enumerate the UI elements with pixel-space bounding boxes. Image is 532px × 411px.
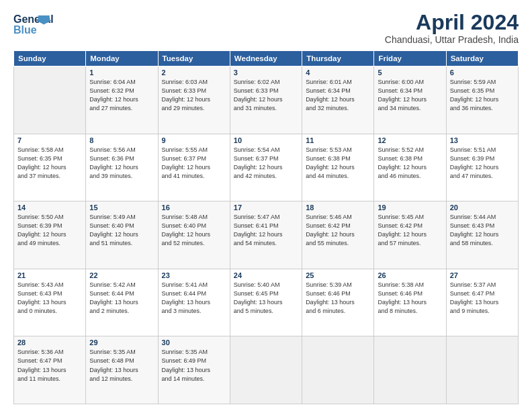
day-number: 20 <box>450 203 515 212</box>
day-info: Sunrise: 5:58 AM Sunset: 6:35 PM Dayligh… <box>17 146 82 181</box>
day-cell: 18Sunrise: 5:46 AM Sunset: 6:42 PM Dayli… <box>302 201 374 269</box>
day-cell: 1Sunrise: 6:04 AM Sunset: 6:32 PM Daylig… <box>86 66 158 134</box>
week-row-2: 7Sunrise: 5:58 AM Sunset: 6:35 PM Daylig… <box>14 134 519 201</box>
day-cell: 30Sunrise: 5:35 AM Sunset: 6:49 PM Dayli… <box>158 336 230 404</box>
day-number: 2 <box>162 68 226 77</box>
column-header-row: SundayMondayTuesdayWednesdayThursdayFrid… <box>14 51 519 66</box>
day-info: Sunrise: 5:42 AM Sunset: 6:44 PM Dayligh… <box>89 281 154 316</box>
week-row-4: 21Sunrise: 5:43 AM Sunset: 6:43 PM Dayli… <box>14 269 519 336</box>
svg-text:Blue: Blue <box>13 24 37 36</box>
day-info: Sunrise: 5:51 AM Sunset: 6:39 PM Dayligh… <box>450 146 515 181</box>
day-cell: 26Sunrise: 5:38 AM Sunset: 6:46 PM Dayli… <box>374 269 446 336</box>
day-number: 18 <box>306 203 370 212</box>
day-cell: 20Sunrise: 5:44 AM Sunset: 6:43 PM Dayli… <box>446 201 518 269</box>
logo: General Blue <box>13 11 74 36</box>
day-number: 22 <box>89 271 154 279</box>
calendar-table: SundayMondayTuesdayWednesdayThursdayFrid… <box>13 50 519 404</box>
logo-svg: General Blue <box>13 11 74 36</box>
day-number: 10 <box>234 136 298 144</box>
day-number: 7 <box>17 136 82 144</box>
day-cell: 16Sunrise: 5:48 AM Sunset: 6:40 PM Dayli… <box>158 201 230 269</box>
day-info: Sunrise: 5:36 AM Sunset: 6:47 PM Dayligh… <box>17 348 82 383</box>
day-cell: 9Sunrise: 5:55 AM Sunset: 6:37 PM Daylig… <box>158 134 230 201</box>
page: General Blue April 2024 Chanduasi, Uttar… <box>0 0 532 411</box>
day-cell: 19Sunrise: 5:45 AM Sunset: 6:42 PM Dayli… <box>374 201 446 269</box>
title-block: April 2024 Chanduasi, Uttar Pradesh, Ind… <box>385 11 519 45</box>
day-number: 4 <box>306 68 370 77</box>
day-info: Sunrise: 6:04 AM Sunset: 6:32 PM Dayligh… <box>89 78 154 113</box>
day-info: Sunrise: 5:35 AM Sunset: 6:49 PM Dayligh… <box>162 348 226 383</box>
day-cell: 23Sunrise: 5:41 AM Sunset: 6:44 PM Dayli… <box>158 269 230 336</box>
day-info: Sunrise: 5:39 AM Sunset: 6:46 PM Dayligh… <box>306 281 370 316</box>
day-cell: 12Sunrise: 5:52 AM Sunset: 6:38 PM Dayli… <box>374 134 446 201</box>
day-info: Sunrise: 6:03 AM Sunset: 6:33 PM Dayligh… <box>162 78 226 113</box>
day-cell: 6Sunrise: 5:59 AM Sunset: 6:35 PM Daylig… <box>446 66 518 134</box>
day-number: 27 <box>450 271 515 279</box>
day-number: 12 <box>378 136 442 144</box>
day-number: 9 <box>162 136 226 144</box>
day-info: Sunrise: 5:37 AM Sunset: 6:47 PM Dayligh… <box>450 281 515 316</box>
day-cell <box>302 336 374 404</box>
day-number: 1 <box>89 68 154 77</box>
day-cell: 3Sunrise: 6:02 AM Sunset: 6:33 PM Daylig… <box>230 66 302 134</box>
day-info: Sunrise: 5:48 AM Sunset: 6:40 PM Dayligh… <box>162 213 226 248</box>
day-cell: 11Sunrise: 5:53 AM Sunset: 6:38 PM Dayli… <box>302 134 374 201</box>
day-info: Sunrise: 5:35 AM Sunset: 6:48 PM Dayligh… <box>89 348 154 383</box>
col-header-saturday: Saturday <box>446 51 518 66</box>
day-number: 8 <box>89 136 154 144</box>
day-info: Sunrise: 6:01 AM Sunset: 6:34 PM Dayligh… <box>306 78 370 113</box>
day-info: Sunrise: 5:46 AM Sunset: 6:42 PM Dayligh… <box>306 213 370 248</box>
day-info: Sunrise: 5:43 AM Sunset: 6:43 PM Dayligh… <box>17 281 82 316</box>
day-number: 5 <box>378 68 442 77</box>
col-header-tuesday: Tuesday <box>158 51 230 66</box>
day-info: Sunrise: 5:55 AM Sunset: 6:37 PM Dayligh… <box>162 146 226 181</box>
day-number: 30 <box>162 338 226 347</box>
day-info: Sunrise: 5:56 AM Sunset: 6:36 PM Dayligh… <box>89 146 154 181</box>
day-info: Sunrise: 5:53 AM Sunset: 6:38 PM Dayligh… <box>306 146 370 181</box>
day-cell: 10Sunrise: 5:54 AM Sunset: 6:37 PM Dayli… <box>230 134 302 201</box>
col-header-sunday: Sunday <box>14 51 86 66</box>
day-number: 25 <box>306 271 370 279</box>
day-number: 21 <box>17 271 82 279</box>
subtitle: Chanduasi, Uttar Pradesh, India <box>385 34 519 45</box>
day-cell: 2Sunrise: 6:03 AM Sunset: 6:33 PM Daylig… <box>158 66 230 134</box>
day-cell: 29Sunrise: 5:35 AM Sunset: 6:48 PM Dayli… <box>86 336 158 404</box>
day-info: Sunrise: 5:59 AM Sunset: 6:35 PM Dayligh… <box>450 78 515 113</box>
day-info: Sunrise: 5:49 AM Sunset: 6:40 PM Dayligh… <box>89 213 154 248</box>
day-info: Sunrise: 6:00 AM Sunset: 6:34 PM Dayligh… <box>378 78 442 113</box>
col-header-monday: Monday <box>86 51 158 66</box>
day-info: Sunrise: 5:44 AM Sunset: 6:43 PM Dayligh… <box>450 213 515 248</box>
day-cell: 25Sunrise: 5:39 AM Sunset: 6:46 PM Dayli… <box>302 269 374 336</box>
day-number: 3 <box>234 68 298 77</box>
day-info: Sunrise: 5:40 AM Sunset: 6:45 PM Dayligh… <box>234 281 298 316</box>
day-info: Sunrise: 5:38 AM Sunset: 6:46 PM Dayligh… <box>378 281 442 316</box>
day-cell: 28Sunrise: 5:36 AM Sunset: 6:47 PM Dayli… <box>14 336 86 404</box>
day-info: Sunrise: 5:50 AM Sunset: 6:39 PM Dayligh… <box>17 213 82 248</box>
day-number: 15 <box>89 203 154 212</box>
week-row-5: 28Sunrise: 5:36 AM Sunset: 6:47 PM Dayli… <box>14 336 519 404</box>
day-info: Sunrise: 5:52 AM Sunset: 6:38 PM Dayligh… <box>378 146 442 181</box>
day-number: 26 <box>378 271 442 279</box>
day-cell: 24Sunrise: 5:40 AM Sunset: 6:45 PM Dayli… <box>230 269 302 336</box>
col-header-wednesday: Wednesday <box>230 51 302 66</box>
day-number: 14 <box>17 203 82 212</box>
day-cell: 4Sunrise: 6:01 AM Sunset: 6:34 PM Daylig… <box>302 66 374 134</box>
day-cell: 5Sunrise: 6:00 AM Sunset: 6:34 PM Daylig… <box>374 66 446 134</box>
day-info: Sunrise: 5:45 AM Sunset: 6:42 PM Dayligh… <box>378 213 442 248</box>
day-number: 23 <box>162 271 226 279</box>
day-number: 19 <box>378 203 442 212</box>
col-header-thursday: Thursday <box>302 51 374 66</box>
day-cell <box>446 336 518 404</box>
day-number: 11 <box>306 136 370 144</box>
week-row-1: 1Sunrise: 6:04 AM Sunset: 6:32 PM Daylig… <box>14 66 519 134</box>
day-number: 16 <box>162 203 226 212</box>
day-info: Sunrise: 5:54 AM Sunset: 6:37 PM Dayligh… <box>234 146 298 181</box>
day-cell <box>230 336 302 404</box>
col-header-friday: Friday <box>374 51 446 66</box>
day-cell: 21Sunrise: 5:43 AM Sunset: 6:43 PM Dayli… <box>14 269 86 336</box>
main-title: April 2024 <box>385 11 519 34</box>
day-cell: 15Sunrise: 5:49 AM Sunset: 6:40 PM Dayli… <box>86 201 158 269</box>
day-cell: 13Sunrise: 5:51 AM Sunset: 6:39 PM Dayli… <box>446 134 518 201</box>
day-number: 6 <box>450 68 515 77</box>
day-number: 24 <box>234 271 298 279</box>
